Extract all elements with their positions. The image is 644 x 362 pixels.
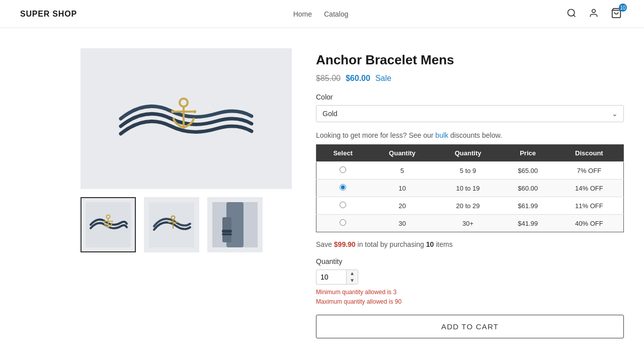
main-product-image bbox=[80, 48, 292, 189]
quantity-input-wrap: ▲ ▼ bbox=[316, 269, 624, 285]
table-cell-radio bbox=[316, 162, 370, 179]
table-header-select: Select bbox=[316, 145, 370, 162]
color-field: Color Gold Silver Black ⌄ bbox=[316, 93, 624, 122]
thumbnail-3[interactable] bbox=[207, 197, 263, 252]
cart-button[interactable]: 10 bbox=[609, 6, 624, 22]
product-images bbox=[80, 48, 292, 338]
max-qty-rule: Maximum quantity allowed is 90 bbox=[316, 297, 624, 307]
table-cell-discount: 40% OFF bbox=[555, 215, 624, 232]
price-original: $85.00 bbox=[316, 74, 341, 83]
table-cell-radio bbox=[316, 197, 370, 215]
thumbnail-2[interactable] bbox=[144, 197, 199, 252]
quantity-decrement[interactable]: ▼ bbox=[347, 277, 358, 284]
save-qty: 10 bbox=[426, 240, 434, 248]
table-cell-qty-range: 5 to 9 bbox=[435, 162, 501, 179]
save-row: Save $99.90 in total by purchasing 10 it… bbox=[316, 240, 624, 248]
bulk-radio-1[interactable] bbox=[340, 166, 346, 173]
svg-point-0 bbox=[568, 10, 574, 16]
table-row: 10 10 to 19 $60.00 14% OFF bbox=[316, 179, 624, 197]
sale-label: Sale bbox=[375, 74, 391, 83]
color-select-wrapper: Gold Silver Black ⌄ bbox=[316, 105, 624, 122]
bulk-discount-text: Looking to get more for less? See our bu… bbox=[316, 131, 624, 139]
table-cell-price: $41.99 bbox=[501, 215, 554, 232]
quantity-label: Quantity bbox=[316, 257, 624, 265]
svg-point-9 bbox=[193, 110, 196, 113]
save-amount: $99.90 bbox=[334, 240, 356, 248]
quantity-input[interactable] bbox=[316, 269, 346, 285]
site-header: SUPER SHOP Home Catalog 10 bbox=[0, 0, 644, 28]
table-cell-qty-range: 30+ bbox=[435, 215, 501, 232]
add-to-cart-button[interactable]: ADD TO CART bbox=[316, 315, 624, 338]
product-info: Anchor Bracelet Mens $85.00 $60.00 Sale … bbox=[316, 48, 624, 338]
table-cell-discount: 7% OFF bbox=[555, 162, 624, 179]
table-cell-qty-range: 20 to 29 bbox=[435, 197, 501, 215]
table-row: 30 30+ $41.99 40% OFF bbox=[316, 215, 624, 232]
price-sale: $60.00 bbox=[346, 74, 370, 83]
svg-point-2 bbox=[592, 10, 596, 13]
bulk-radio-2[interactable] bbox=[340, 184, 346, 191]
table-cell-price: $65.00 bbox=[501, 162, 554, 179]
table-cell-discount: 14% OFF bbox=[555, 179, 624, 197]
nav-home[interactable]: Home bbox=[293, 10, 312, 18]
nav-catalog[interactable]: Catalog bbox=[324, 10, 348, 18]
header-icons: 10 bbox=[565, 6, 624, 22]
table-row: 5 5 to 9 $65.00 7% OFF bbox=[316, 162, 624, 179]
table-cell-radio bbox=[316, 179, 370, 197]
color-select[interactable]: Gold Silver Black bbox=[316, 105, 624, 122]
product-title: Anchor Bracelet Mens bbox=[316, 52, 624, 68]
table-cell-qty: 30 bbox=[369, 215, 435, 232]
page-content: Anchor Bracelet Mens $85.00 $60.00 Sale … bbox=[0, 28, 644, 358]
price-row: $85.00 $60.00 Sale bbox=[316, 74, 624, 83]
svg-rect-22 bbox=[222, 233, 232, 235]
discount-table: Select Quantity Quantity Price Discount … bbox=[316, 144, 624, 232]
table-cell-qty: 5 bbox=[369, 162, 435, 179]
thumbnail-list bbox=[80, 197, 292, 252]
table-cell-qty: 10 bbox=[369, 179, 435, 197]
table-cell-price: $60.00 bbox=[501, 179, 554, 197]
quantity-increment[interactable]: ▲ bbox=[347, 270, 358, 277]
table-row: 20 20 to 29 $61.99 11% OFF bbox=[316, 197, 624, 215]
table-header-price: Price bbox=[501, 145, 554, 162]
table-cell-discount: 11% OFF bbox=[555, 197, 624, 215]
svg-rect-21 bbox=[222, 230, 232, 233]
svg-line-1 bbox=[574, 15, 576, 17]
table-header-qty: Quantity bbox=[369, 145, 435, 162]
search-icon bbox=[567, 8, 577, 18]
svg-point-8 bbox=[171, 110, 174, 113]
bulk-radio-3[interactable] bbox=[340, 202, 346, 208]
bulk-link[interactable]: bulk bbox=[435, 131, 448, 139]
search-button[interactable] bbox=[565, 6, 579, 22]
quantity-rules: Minimum quantity allowed is 3 Maximum qu… bbox=[316, 288, 624, 307]
thumbnail-1[interactable] bbox=[80, 197, 136, 252]
brand-logo: SUPER SHOP bbox=[20, 10, 77, 19]
main-nav: Home Catalog bbox=[293, 10, 349, 18]
table-header-discount: Discount bbox=[555, 145, 624, 162]
person-icon bbox=[589, 8, 599, 18]
quantity-spinners: ▲ ▼ bbox=[346, 269, 358, 285]
table-cell-qty-range: 10 to 19 bbox=[435, 179, 501, 197]
quantity-field: Quantity ▲ ▼ Minimum quantity allowed is… bbox=[316, 257, 624, 307]
account-button[interactable] bbox=[587, 6, 601, 22]
table-cell-qty: 20 bbox=[369, 197, 435, 215]
color-label: Color bbox=[316, 93, 624, 101]
table-cell-radio bbox=[316, 215, 370, 232]
min-qty-rule: Minimum quantity allowed is 3 bbox=[316, 288, 624, 297]
table-cell-price: $61.99 bbox=[501, 197, 554, 215]
cart-count-badge: 10 bbox=[619, 4, 627, 12]
table-header-qty-range: Quantity bbox=[435, 145, 501, 162]
bulk-radio-4[interactable] bbox=[340, 219, 346, 226]
